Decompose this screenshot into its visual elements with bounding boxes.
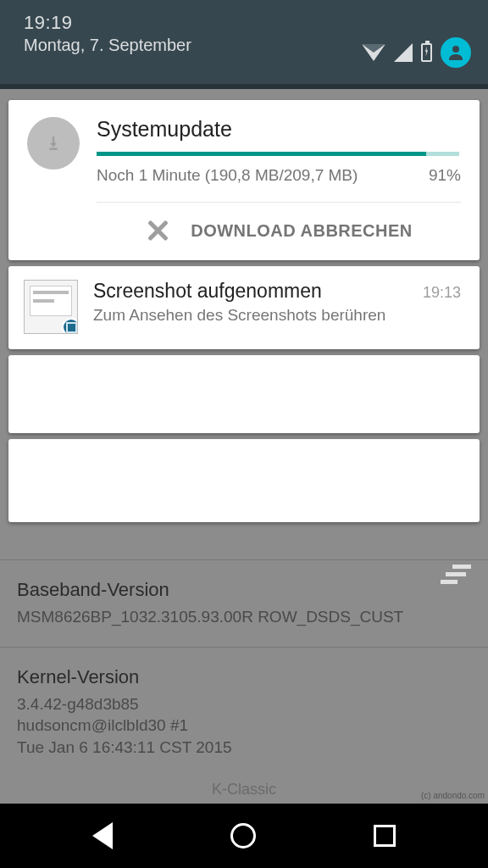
cancel-download-label: DOWNLOAD ABBRECHEN bbox=[191, 221, 413, 241]
baseband-label: Baseband-Version bbox=[17, 579, 471, 601]
kernel-row[interactable]: Kernel-Version 3.4.42-g48d3b85 hudsoncm@… bbox=[0, 647, 488, 777]
screenshot-subtitle: Zum Ansehen des Screenshots berühren bbox=[93, 306, 461, 325]
screenshot-title: Screenshot aufgenommen bbox=[93, 280, 322, 303]
signal-icon bbox=[394, 43, 413, 62]
back-button[interactable] bbox=[92, 822, 113, 849]
download-icon bbox=[27, 117, 80, 170]
update-title: Systemupdate bbox=[97, 117, 461, 142]
recent-apps-button[interactable] bbox=[374, 825, 396, 847]
navigation-bar bbox=[0, 804, 488, 868]
baseband-row[interactable]: Baseband-Version MSM8626BP_1032.3105.93.… bbox=[0, 559, 488, 647]
notification-screenshot[interactable]: Screenshot aufgenommen 19:13 Zum Ansehen… bbox=[8, 266, 480, 349]
download-progress-bar bbox=[97, 152, 459, 156]
status-date: Montag, 7. September bbox=[24, 36, 191, 55]
brand-text: K-Classic bbox=[0, 777, 488, 807]
notification-blank-1[interactable] bbox=[8, 355, 480, 433]
notification-system-update[interactable]: Systemupdate Noch 1 Minute (190,8 MB/209… bbox=[8, 100, 480, 260]
blank-button-2[interactable] bbox=[424, 483, 468, 512]
kernel-value: 3.4.42-g48d3b85 hudsoncm@ilclbld30 #1 Tu… bbox=[17, 693, 471, 759]
cancel-download-button[interactable]: DOWNLOAD ABBRECHEN bbox=[97, 202, 461, 260]
header-right bbox=[362, 12, 471, 84]
user-avatar-icon[interactable] bbox=[441, 37, 471, 68]
svg-point-0 bbox=[452, 46, 459, 53]
baseband-value: MSM8626BP_1032.3105.93.00R ROW_DSDS_CUST bbox=[17, 606, 471, 628]
home-button[interactable] bbox=[230, 823, 256, 849]
notification-shade-header[interactable]: 19:19 Montag, 7. September bbox=[0, 0, 488, 89]
blank-button-1[interactable] bbox=[424, 448, 468, 476]
watermark-text: (c) andondo.com bbox=[421, 791, 485, 800]
update-percent: 91% bbox=[429, 166, 461, 185]
kernel-label: Kernel-Version bbox=[17, 666, 471, 688]
svg-rect-1 bbox=[50, 148, 57, 150]
battery-charging-icon bbox=[421, 43, 432, 62]
image-badge-icon bbox=[62, 318, 78, 334]
update-subtitle: Noch 1 Minute (190,8 MB/209,7 MB) bbox=[97, 166, 358, 185]
notification-blank-2[interactable] bbox=[8, 439, 480, 522]
screenshot-time: 19:13 bbox=[423, 284, 461, 302]
screenshot-thumbnail bbox=[24, 280, 78, 334]
notification-list: Systemupdate Noch 1 Minute (190,8 MB/209… bbox=[8, 94, 480, 522]
close-icon bbox=[145, 218, 170, 243]
status-time: 19:19 bbox=[24, 12, 191, 34]
quick-settings-icon[interactable] bbox=[441, 565, 469, 585]
header-left: 19:19 Montag, 7. September bbox=[24, 12, 191, 84]
wifi-icon bbox=[362, 44, 385, 61]
download-progress-fill bbox=[97, 152, 426, 156]
